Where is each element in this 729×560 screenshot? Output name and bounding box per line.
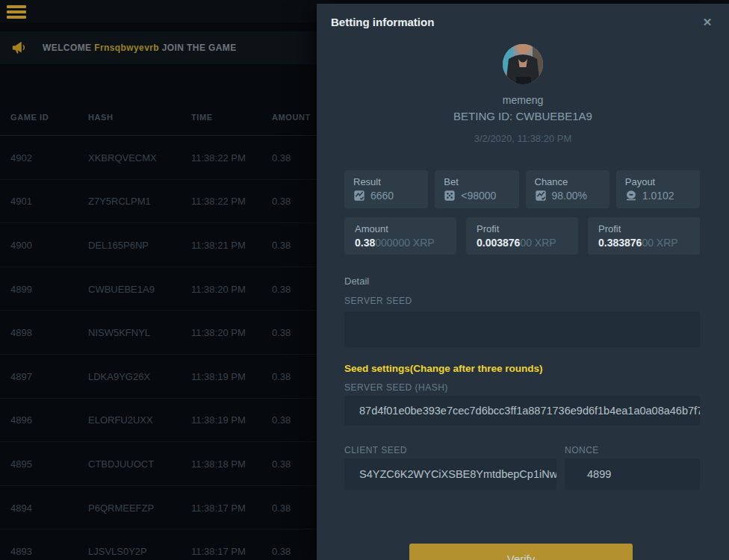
server-seed-field[interactable] — [344, 311, 700, 347]
server-seed-label: SERVER SEED — [344, 296, 412, 306]
nonce-label: NONCE — [565, 445, 599, 455]
chart-icon — [353, 190, 365, 202]
welcome-banner: WELCOME Frnsqbwyevrb JOIN THE GAME — [0, 31, 317, 64]
close-icon[interactable]: ✕ — [699, 14, 716, 31]
verify-button[interactable]: Verify — [409, 544, 633, 560]
table-cell: 0.38 — [272, 327, 291, 338]
coin-icon — [625, 190, 637, 202]
table-cell: 4897 — [10, 370, 32, 382]
bet-datetime: 3/2/2020, 11:38:20 PM — [317, 133, 729, 144]
table-cell: 0.38 — [272, 196, 291, 207]
col-hash: HASH — [88, 113, 114, 122]
stat-value-text: 98.00% — [552, 190, 587, 202]
table-cell: Z7Y5RCLPM1 — [88, 196, 151, 207]
stat-label: Chance — [535, 176, 601, 187]
table-cell: CWBUEBE1A9 — [88, 283, 155, 294]
amount-value: 0.38000000 XRP — [355, 237, 446, 249]
table-cell: 11:38:19 PM — [191, 414, 246, 426]
table-cell: 4901 — [10, 196, 32, 207]
table-cell: 0.38 — [272, 414, 291, 426]
amount-value: 0.38387600 XRP — [598, 237, 689, 249]
table-cell: 4900 — [10, 239, 32, 250]
table-cell: CTBDJUUOCT — [88, 458, 154, 469]
menu-icon[interactable] — [7, 5, 26, 19]
amount-card-profit: Profit0.38387600 XRP — [588, 217, 700, 255]
table-cell: 11:38:19 PM — [191, 370, 246, 382]
stat-value: 98.00% — [535, 190, 601, 202]
bets-table-header: GAME ID HASH TIME AMOUNT — [0, 99, 317, 136]
table-cell: 0.38 — [272, 239, 291, 250]
stat-card-payout: Payout1.0102 — [616, 170, 700, 208]
amount-label: Profit — [598, 223, 689, 234]
table-cell: LDKA9YG26X — [88, 370, 150, 382]
chart-icon — [535, 190, 547, 202]
table-row[interactable]: 4895CTBDJUUOCT11:38:18 PM0.38 — [0, 442, 317, 486]
stats-row: Result6660Bet<98000Chance98.00%Payout1.0… — [344, 170, 700, 208]
amount-label: Profit — [477, 223, 568, 234]
stat-card-result: Result6660 — [344, 170, 428, 208]
detail-label: Detail — [344, 276, 369, 287]
table-cell: 4895 — [10, 458, 32, 469]
table-cell: 0.38 — [272, 546, 291, 557]
amount-card-amount: Amount0.38000000 XRP — [344, 217, 456, 255]
col-amount: AMOUNT — [272, 113, 311, 122]
table-cell: 0.38 — [272, 152, 291, 163]
welcome-message: WELCOME Frnsqbwyevrb JOIN THE GAME — [43, 43, 237, 53]
betting-id: BETING ID: CWBUEBE1A9 — [317, 110, 729, 122]
table-row[interactable]: 4900DEL165P6NP11:38:21 PM0.38 — [0, 223, 317, 267]
table-cell: 11:38:20 PM — [191, 283, 246, 294]
table-cell: 0.38 — [272, 283, 291, 294]
betting-information-modal: Betting information ✕ memeng BETING ID: … — [317, 4, 729, 560]
stat-value: <98000 — [444, 190, 509, 202]
server-seed-hash-field[interactable]: 87d4f01e0be393e7cec7d6bcc3ff1a8871736e9d… — [344, 396, 700, 426]
table-cell: 11:38:20 PM — [191, 327, 246, 338]
stat-value: 1.0102 — [625, 190, 691, 202]
table-cell: 11:38:22 PM — [191, 196, 246, 207]
table-cell: 4899 — [10, 283, 32, 294]
table-cell: 11:38:17 PM — [191, 502, 246, 513]
table-row[interactable]: 4894P6QRMEEFZP11:38:17 PM0.38 — [0, 486, 317, 530]
modal-title: Betting information — [331, 16, 434, 28]
table-row[interactable]: 4896ELORFU2UXX11:38:19 PM0.38 — [0, 399, 317, 443]
player-name: memeng — [317, 94, 729, 106]
nonce-field[interactable]: 4899 — [565, 458, 700, 490]
table-row[interactable]: 4898NISW5KFNYL11:38:20 PM0.38 — [0, 311, 317, 355]
table-cell: P6QRMEEFZP — [88, 502, 154, 513]
table-cell: 11:38:18 PM — [191, 458, 246, 469]
stat-value-text: <98000 — [461, 190, 496, 202]
welcome-username: Frnsqbwyevrb — [94, 43, 159, 53]
table-cell: 4896 — [10, 414, 32, 426]
table-row[interactable]: 4901Z7Y5RCLPM111:38:22 PM0.38 — [0, 180, 317, 224]
col-time: TIME — [191, 113, 213, 122]
table-row[interactable]: 4893LJSVLS0Y2P11:38:17 PM0.38 — [0, 529, 317, 560]
amount-value: 0.00387600 XRP — [477, 237, 568, 249]
table-cell: 11:38:22 PM — [191, 152, 246, 163]
client-seed-label: CLIENT SEED — [344, 445, 407, 455]
stat-label: Payout — [625, 176, 691, 187]
stat-label: Result — [353, 176, 419, 187]
table-cell: 4894 — [10, 502, 32, 513]
dice-icon — [444, 190, 456, 202]
avatar — [503, 44, 543, 84]
table-cell: LJSVLS0Y2P — [88, 546, 147, 557]
table-cell: 4898 — [10, 327, 32, 338]
server-seed-hash-label: SERVER SEED (HASH) — [344, 382, 448, 393]
table-cell: 11:38:17 PM — [191, 546, 246, 557]
table-cell: 0.38 — [272, 458, 291, 469]
megaphone-icon — [10, 40, 28, 56]
table-row[interactable]: 4899CWBUEBE1A911:38:20 PM0.38 — [0, 267, 317, 311]
table-row[interactable]: 4902XKBRQVECMX11:38:22 PM0.38 — [0, 136, 317, 180]
table-cell: 4893 — [10, 546, 32, 557]
stat-value-text: 1.0102 — [642, 190, 674, 202]
betting-app: WELCOME Frnsqbwyevrb JOIN THE GAME GAME … — [0, 0, 729, 560]
table-cell: DEL165P6NP — [88, 239, 149, 250]
amount-card-profit: Profit0.00387600 XRP — [466, 217, 578, 255]
table-cell: 0.38 — [272, 502, 291, 513]
stat-card-chance: Chance98.00% — [526, 170, 609, 208]
amounts-row: Amount0.38000000 XRPProfit0.00387600 XRP… — [344, 217, 700, 255]
amount-label: Amount — [355, 223, 446, 234]
client-seed-field[interactable]: S4YZC6K2WYCiXSBE8YmtdbepCp1iNwz — [344, 458, 556, 490]
table-row[interactable]: 4897LDKA9YG26X11:38:19 PM0.38 — [0, 355, 317, 399]
col-game-id: GAME ID — [10, 113, 49, 122]
table-cell: 4902 — [10, 152, 32, 163]
